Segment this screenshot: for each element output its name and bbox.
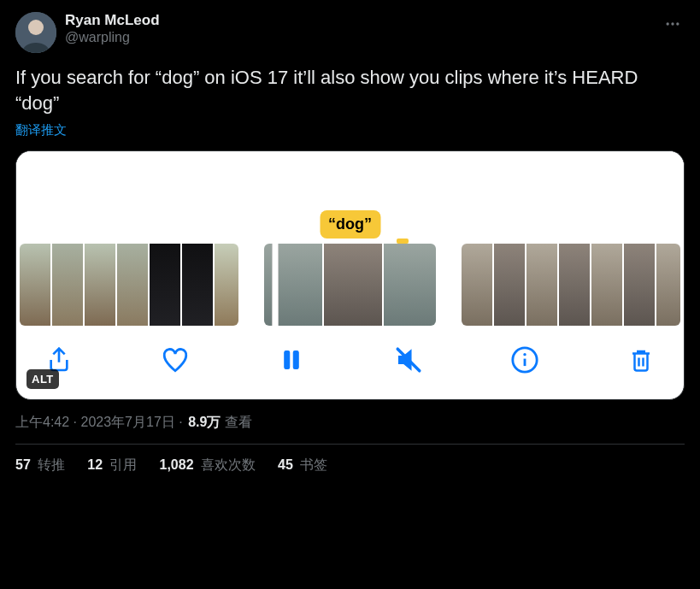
pause-button[interactable]	[273, 341, 310, 379]
more-icon	[664, 15, 681, 32]
display-name[interactable]: Ryan McLeod	[65, 12, 652, 29]
clip-thumb	[526, 244, 557, 326]
clip-group[interactable]	[20, 244, 238, 326]
svg-point-1	[28, 20, 44, 35]
media-controls	[16, 326, 684, 399]
clip-thumb	[150, 244, 180, 326]
tweet-header: Ryan McLeod @warpling	[15, 12, 685, 53]
quotes-stat[interactable]: 12 引用	[87, 456, 137, 474]
mute-icon	[394, 345, 423, 374]
video-timeline[interactable]	[16, 244, 684, 326]
author-names: Ryan McLeod @warpling	[65, 12, 652, 46]
timeline-track	[16, 244, 684, 326]
bookmarks-stat[interactable]: 45 书签	[278, 456, 327, 474]
clip-group-active[interactable]	[264, 244, 437, 326]
search-highlight-label: “dog”	[320, 210, 380, 239]
svg-point-4	[676, 22, 679, 25]
clip-thumb	[324, 244, 382, 326]
media-card[interactable]: “dog”	[15, 150, 685, 400]
tweet-stats: 57 转推 12 引用 1,082 喜欢次数 45 书签	[15, 445, 685, 474]
clip-thumb	[215, 244, 238, 326]
views-count[interactable]: 8.9万	[188, 415, 221, 429]
tweet: Ryan McLeod @warpling If you search for …	[0, 0, 700, 483]
like-button[interactable]	[156, 341, 194, 379]
clip-thumb	[52, 244, 83, 326]
pause-icon	[279, 346, 303, 374]
avatar[interactable]	[15, 12, 56, 53]
views-label: 查看	[221, 415, 251, 429]
svg-point-2	[667, 22, 669, 25]
tweet-time[interactable]: 上午4:42	[15, 415, 69, 429]
more-button[interactable]	[661, 12, 685, 39]
clip-thumb	[559, 244, 590, 326]
tweet-meta: 上午4:42 · 2023年7月17日 · 8.9万 查看	[15, 414, 685, 432]
svg-rect-6	[294, 351, 299, 369]
tweet-date[interactable]: 2023年7月17日	[80, 415, 174, 429]
heart-icon	[161, 345, 190, 374]
svg-rect-5	[285, 351, 290, 369]
likes-stat[interactable]: 1,082 喜欢次数	[160, 456, 256, 474]
clip-thumb	[117, 244, 148, 326]
info-icon	[510, 345, 539, 374]
clip-thumb	[85, 244, 115, 326]
clip-thumb	[182, 244, 213, 326]
clip-thumb	[624, 244, 655, 326]
clip-thumb	[591, 244, 622, 326]
trash-button[interactable]	[622, 341, 660, 379]
clip-group[interactable]	[462, 244, 680, 326]
svg-point-10	[523, 353, 526, 356]
retweets-stat[interactable]: 57 转推	[15, 456, 65, 474]
handle[interactable]: @warpling	[65, 29, 652, 45]
clip-thumb	[462, 244, 492, 326]
playhead[interactable]	[273, 244, 278, 326]
clip-thumb	[384, 244, 437, 326]
clip-thumb	[494, 244, 525, 326]
clip-thumb	[656, 244, 680, 326]
media-top-whitespace: “dog”	[16, 151, 684, 244]
clip-thumb	[20, 244, 50, 326]
alt-badge[interactable]: ALT	[26, 369, 59, 389]
trash-icon	[628, 345, 654, 374]
tweet-text: If you search for “dog” on iOS 17 it’ll …	[15, 65, 685, 115]
mute-button[interactable]	[390, 341, 427, 379]
translate-link[interactable]: 翻译推文	[15, 122, 685, 138]
svg-point-3	[671, 22, 674, 25]
info-button[interactable]	[506, 341, 544, 379]
